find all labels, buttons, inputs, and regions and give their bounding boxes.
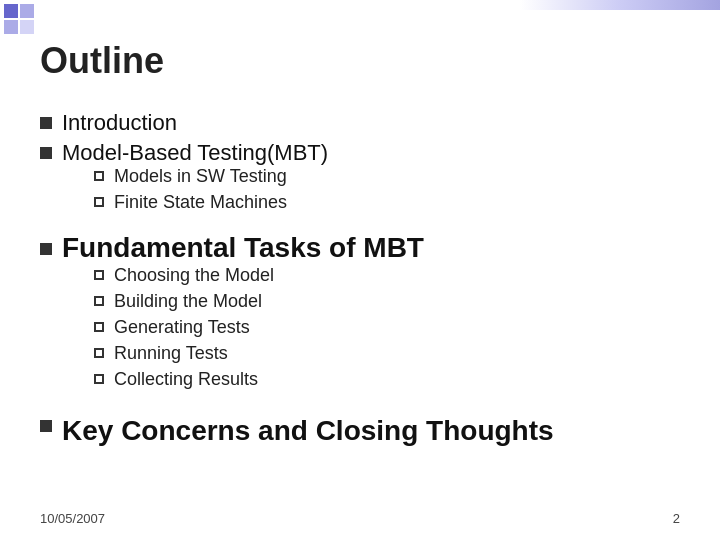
list-item: Models in SW Testing [94,166,328,187]
slide-title: Outline [40,40,680,82]
sub-item-text: Running Tests [114,343,228,364]
sub-item-text: Building the Model [114,291,262,312]
footer-page: 2 [673,511,680,526]
slide-footer: 10/05/2007 2 [40,511,680,526]
bullet-icon [40,147,52,159]
list-item: Building the Model [94,291,424,312]
corner-decoration [0,0,38,38]
sub-item-text: Finite State Machines [114,192,287,213]
list-item: Key Concerns and Closing Thoughts [40,408,680,458]
sub-item-text: Models in SW Testing [114,166,287,187]
list-item: Choosing the Model [94,265,424,286]
footer-date: 10/05/2007 [40,511,105,526]
sub-bullet-icon [94,348,104,358]
sub-item-text: Collecting Results [114,369,258,390]
top-right-decoration [520,0,720,10]
list-item: Finite State Machines [94,192,328,213]
sub-item-text: Generating Tests [114,317,250,338]
fundamental-text: Fundamental Tasks of MBT [62,232,424,263]
main-list: Introduction Model-Based Testing(MBT) Mo… [40,110,680,457]
sub-bullet-icon [94,171,104,181]
mbt-container: Model-Based Testing(MBT) Models in SW Te… [62,140,328,221]
sub-list: Models in SW Testing Finite State Machin… [94,166,328,213]
sub-item-text: Choosing the Model [114,265,274,286]
intro-text: Introduction [62,110,177,136]
sub-bullet-icon [94,197,104,207]
sub-list: Choosing the Model Building the Model Ge… [94,265,424,390]
bullet-icon [40,420,52,432]
list-item: Model-Based Testing(MBT) Models in SW Te… [40,140,680,221]
mbt-text: Model-Based Testing(MBT) [62,140,328,165]
bullet-icon [40,117,52,129]
fundamental-container: Fundamental Tasks of MBT Choosing the Mo… [62,231,424,398]
list-item: Fundamental Tasks of MBT Choosing the Mo… [40,231,680,398]
sub-bullet-icon [94,270,104,280]
sub-bullet-icon [94,374,104,384]
bullet-icon [40,243,52,255]
sub-bullet-icon [94,296,104,306]
list-item: Running Tests [94,343,424,364]
list-item: Collecting Results [94,369,424,390]
list-item: Introduction [40,110,680,136]
slide-content: Outline Introduction Model-Based Testing… [40,30,680,500]
key-concerns-text: Key Concerns and Closing Thoughts [62,414,554,448]
list-item: Generating Tests [94,317,424,338]
sub-bullet-icon [94,322,104,332]
